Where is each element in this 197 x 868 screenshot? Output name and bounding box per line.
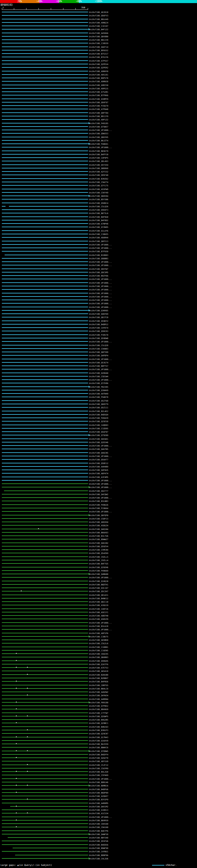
hit-bar[interactable] xyxy=(2,203,88,203)
hit-label[interactable]: UniRef100_A9S181 xyxy=(89,73,108,76)
hit-label[interactable]: UniRef100_B0WVC6 xyxy=(89,746,108,749)
hit-label[interactable]: UniRef100_Q29CN7 xyxy=(89,733,108,735)
hit-label[interactable]: UniRef100_Q5C2H7 xyxy=(89,590,108,593)
hit-label[interactable]: UniRef100_UP1000... xyxy=(89,244,112,246)
hit-bar[interactable] xyxy=(2,102,88,102)
hit-bar[interactable] xyxy=(2,151,88,151)
hit-bar[interactable] xyxy=(2,522,88,522)
hit-label[interactable]: UniRef100_Q4Q1N4 xyxy=(89,528,108,530)
hit-label[interactable]: UniRef100_C9ZLL4 xyxy=(89,559,108,562)
hit-bar[interactable] xyxy=(2,619,88,619)
hit-bar[interactable] xyxy=(2,154,88,155)
hit-label[interactable]: UniRef100_A5DVZ9 xyxy=(89,618,108,620)
hit-bar[interactable] xyxy=(2,667,88,668)
hit-label[interactable]: UniRef100_UP1000... xyxy=(89,486,112,489)
hit-bar[interactable] xyxy=(2,456,88,456)
hit-label[interactable]: UniRef100_B4DSQ4 xyxy=(89,413,108,416)
hit-label[interactable]: UniRef100_P49669 xyxy=(89,570,108,572)
hit-label[interactable]: UniRef100_Q9SF40 xyxy=(89,174,108,177)
hit-label[interactable]: UniRef100_UP1000... xyxy=(89,341,112,343)
hit-bar[interactable] xyxy=(2,244,88,245)
hit-label[interactable]: UniRef100_B4E7P6 xyxy=(89,830,108,832)
hit-label[interactable]: UniRef100_C6GCK5 xyxy=(89,653,108,655)
hit-bar[interactable] xyxy=(2,796,88,796)
hit-label[interactable]: UniRef100_P49626 xyxy=(89,504,108,506)
hit-bar[interactable] xyxy=(2,765,88,765)
hit-bar[interactable] xyxy=(2,747,88,748)
hit-bar[interactable] xyxy=(2,643,88,644)
hit-label[interactable]: UniRef100_B8P757 xyxy=(89,365,108,367)
hit-label[interactable]: UniRef100_Q59DY2 xyxy=(89,320,108,322)
hit-bar[interactable] xyxy=(2,816,88,817)
hit-label[interactable]: UniRef100_Q75W57 xyxy=(89,126,108,128)
hit-bar[interactable] xyxy=(2,300,88,300)
hit-bar[interactable] xyxy=(2,307,88,307)
hit-label[interactable]: UniRef100_C32D95 xyxy=(89,427,108,430)
hit-bar[interactable] xyxy=(2,390,88,391)
hit-bar[interactable] xyxy=(2,511,88,512)
hit-bar[interactable] xyxy=(2,515,88,516)
hit-label[interactable]: UniRef100_Q2Q2T8 xyxy=(89,757,108,759)
hit-label[interactable]: UniRef100_B7G1Y6 xyxy=(89,56,108,59)
hit-bar[interactable] xyxy=(2,317,88,317)
hit-label[interactable]: UniRef100_Q9VYW7 xyxy=(89,268,108,270)
hit-bar[interactable] xyxy=(2,161,88,161)
hit-bar[interactable] xyxy=(2,612,88,613)
hit-bar[interactable] xyxy=(2,29,88,30)
hit-bar[interactable] xyxy=(2,78,88,78)
hit-label[interactable]: UniRef100_C5KW03 xyxy=(89,348,108,350)
hit-label[interactable]: UniRef100_B66A93 xyxy=(89,531,108,534)
hit-bar[interactable] xyxy=(2,768,88,769)
hit-label[interactable]: UniRef100_Q1LUY6 xyxy=(89,230,108,232)
hit-label[interactable]: UniRef100_B4FPJ0 xyxy=(89,153,108,156)
hit-bar[interactable] xyxy=(2,428,88,429)
hit-bar[interactable] xyxy=(2,601,88,602)
hit-bar[interactable] xyxy=(2,716,88,716)
hit-label[interactable]: UniRef100_Q3KR85 xyxy=(89,309,108,312)
hit-label[interactable]: UniRef100_Q3SEH6 xyxy=(89,566,108,569)
hit-label[interactable]: UniRef100_B4G2B5 xyxy=(89,719,108,721)
hit-bar[interactable] xyxy=(2,473,88,473)
hit-label[interactable]: UniRef100_A1C534 xyxy=(89,812,108,815)
hit-label[interactable]: UniRef100_C1N559 xyxy=(89,42,108,45)
hit-bar[interactable] xyxy=(2,691,88,692)
hit-bar[interactable] xyxy=(2,296,88,297)
hit-bar[interactable] xyxy=(2,535,88,536)
hit-label[interactable]: UniRef100_A9RN38 xyxy=(89,81,108,83)
hit-label[interactable]: UniRef100_B0XR59 xyxy=(89,819,108,822)
hit-bar[interactable] xyxy=(2,178,88,179)
hit-bar[interactable] xyxy=(2,397,88,397)
hit-label[interactable]: UniRef100_UP1000... xyxy=(89,292,112,295)
hit-label[interactable]: UniRef100_Q4CW41 xyxy=(89,438,108,440)
hit-bar[interactable] xyxy=(2,751,88,751)
hit-label[interactable]: UniRef100_Q29BC1 xyxy=(89,722,108,724)
hit-bar[interactable] xyxy=(2,393,88,394)
hit-bar[interactable] xyxy=(2,91,88,92)
hit-label[interactable]: UniRef100_B9WW27 xyxy=(89,538,108,541)
hit-label[interactable]: UniRef100_A7PSS7 xyxy=(89,60,108,62)
hit-label[interactable]: UniRef100_Q75E09 xyxy=(89,434,108,437)
hit-label[interactable]: UniRef100_B4DPU6 xyxy=(89,788,108,791)
hit-bar[interactable] xyxy=(2,88,88,89)
hit-label[interactable]: UniRef100_A7S2B1 xyxy=(89,91,108,93)
hit-label[interactable]: UniRef100_A5E1Y1 xyxy=(89,611,108,614)
hit-bar[interactable] xyxy=(2,588,88,588)
hit-bar[interactable] xyxy=(2,147,88,148)
hit-bar[interactable] xyxy=(2,39,88,40)
hit-label[interactable]: UniRef100_C1BU75 xyxy=(89,636,108,638)
hit-bar[interactable] xyxy=(2,404,88,404)
hit-bar[interactable] xyxy=(2,831,88,831)
hit-bar[interactable] xyxy=(2,421,88,422)
hit-bar[interactable] xyxy=(2,501,88,501)
hit-label[interactable]: UniRef100_B2RBH7 xyxy=(89,677,108,680)
hit-bar[interactable] xyxy=(2,452,88,453)
hit-bar[interactable] xyxy=(2,647,88,647)
hit-bar[interactable] xyxy=(2,417,88,418)
hit-label[interactable]: UniRef100_Q0UB03 xyxy=(89,656,108,659)
hit-label[interactable]: UniRef100_C1E197 xyxy=(89,25,108,27)
hit-bar[interactable] xyxy=(2,699,88,699)
hit-bar[interactable] xyxy=(2,265,88,266)
hit-label[interactable]: UniRef100_A7NPH8 xyxy=(89,223,108,225)
hit-label[interactable]: UniRef100_Q2PER2 xyxy=(89,66,108,69)
hit-bar[interactable] xyxy=(2,574,88,574)
